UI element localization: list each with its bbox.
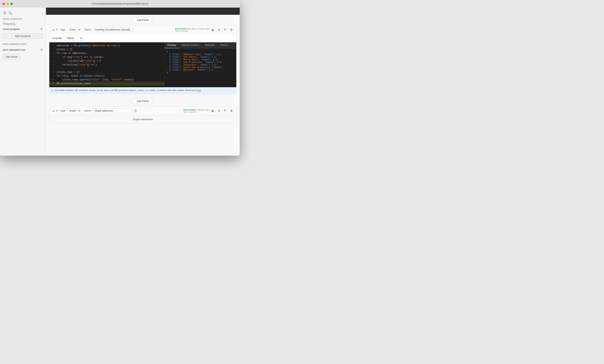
title-bar: /Users/philipeaton/DataStationProjects/t… [0, 0, 240, 8]
minimize-button[interactable] [6, 3, 9, 5]
code-line-6: 6 cities[row["city"]] += 1 [49, 63, 164, 67]
info-bar: ℹ Use builtin functions, DM_setPanel($so… [49, 87, 236, 94]
close-button[interactable] [2, 3, 5, 5]
sidebar-top: ☰ 🔍 ‹ [0, 10, 46, 18]
graph-panel: ▲ ▼ Type Graph Code Name ☰ Succeeded 6 m… [49, 106, 237, 123]
graph-title-area: Graph addresses [49, 115, 236, 123]
panel-down-arrow[interactable]: ▼ [55, 28, 59, 32]
graph-type-select[interactable]: Graph Code [67, 108, 81, 113]
graph-status-succeeded: Succeeded [183, 109, 195, 111]
add-panel-row-top: Add Panel [46, 15, 240, 25]
preview-tabs: Preview Inferred Schema Metadata Stdout [164, 42, 236, 49]
dm-set-code: DM_setPanel($some_array_data) [75, 89, 110, 91]
language-select[interactable]: Python JavaScript [64, 36, 83, 40]
code-line-5: 5 cities[row["city"]] = 0 [49, 59, 164, 63]
graph-panel-down-arrow[interactable]: ▼ [55, 109, 59, 112]
graph-delete-icon[interactable]: 🗑 [229, 109, 234, 113]
postgresql-label: PostgreSQL [0, 22, 46, 26]
ssh-section: SSH CONNECTIONS dev1.eatonphil.com 🗑 Add… [0, 43, 46, 61]
info-icon: ℹ [52, 89, 53, 92]
panel-body: 1 addresses = DM_getPanel('Addresses by … [49, 42, 236, 87]
add-server-button[interactable]: Add Server [3, 54, 21, 60]
info-text: Use builtin functions, DM_setPanel($some… [54, 89, 202, 91]
delete-ssh-icon[interactable]: 🗑 [40, 48, 43, 51]
graph-hide-icon[interactable]: 👁 [223, 109, 227, 113]
data-sources-label: DATA SOURCES [0, 18, 46, 22]
panel-up-arrow[interactable]: ▲ [52, 28, 55, 32]
add-connector-button[interactable]: Add Connector [3, 33, 43, 39]
graph-status-took: Took 1 second [183, 111, 209, 113]
traffic-lights [2, 3, 13, 5]
code-line-7: 7 [49, 67, 164, 71]
dm-get-code: DM_getPanel($panel_number_or_name) [115, 89, 156, 91]
type-label: Type [60, 28, 65, 31]
sidebar-top-icons: ☰ 🔍 [3, 11, 13, 15]
graph-panel-header: ▲ ▼ Type Graph Code Name ☰ Succeeded 6 m… [49, 107, 236, 115]
status-time: less than a minute ago [187, 27, 209, 30]
code-editor[interactable]: 1 addresses = DM_getPanel('Addresses by … [49, 42, 164, 87]
code-line-9: 9 for city, count in cities.items(): [49, 74, 164, 78]
app-body: ☰ 🔍 ‹ DATA SOURCES PostgreSQL Local post… [0, 8, 240, 156]
download-icon[interactable]: ⬇ [217, 27, 221, 32]
sidebar-collapse-button[interactable]: ‹ [42, 11, 43, 15]
status-took: Took 1 second [175, 30, 209, 32]
add-panel-button-middle[interactable]: Add Panel [133, 98, 153, 104]
graph-panel-arrows: ▲ ▼ [52, 109, 59, 112]
language-label: Language [52, 37, 62, 39]
graph-run-button[interactable]: ▶ [211, 108, 215, 113]
code-line-10: 10 cities_rows.append({"City": city, "Co… [49, 78, 164, 82]
tab-stdout[interactable]: Stdout [217, 42, 230, 48]
graph-title: Graph addresses [133, 118, 153, 121]
add-panel-row-middle: Add Panel [46, 96, 240, 106]
main-content: Add Panel ▲ ▼ Type Code Graph Name Succe… [46, 8, 240, 156]
panel-type-select[interactable]: Code Graph [67, 27, 81, 32]
code-panel: ▲ ▼ Type Code Graph Name Succeeded less … [49, 25, 237, 94]
ssh-item-label: dev1.eatonphil.com [3, 48, 25, 51]
tab-metadata[interactable]: Metadata [202, 42, 217, 48]
magnify-icon[interactable]: 🔍 [8, 11, 13, 15]
tab-preview[interactable]: Preview [164, 42, 179, 48]
local-postgres-label: Local postgres [3, 27, 20, 31]
code-line-2: 2 cities = {} [49, 48, 164, 51]
graph-panel-status: Succeeded 6 minutes ago Took 1 second [183, 109, 209, 113]
graph-menu-icon[interactable]: ☰ [134, 109, 137, 113]
search-icon[interactable]: ☰ [3, 11, 6, 15]
sidebar: ☰ 🔍 ‹ DATA SOURCES PostgreSQL Local post… [0, 8, 46, 156]
graph-status-time: 6 minutes ago [196, 109, 209, 111]
panel-actions: ▶ ⬇ 👁 🗑 [211, 27, 234, 32]
delete-local-postgres-icon[interactable]: 🗑 [40, 27, 43, 31]
delete-panel-icon[interactable]: 🗑 [229, 27, 234, 32]
run-button[interactable]: ▶ [211, 27, 215, 32]
graph-panel-actions: ▶ ⬇ 👁 🗑 [211, 108, 234, 113]
panel-status: Succeeded less than a minute ago Took 1 … [175, 27, 209, 32]
language-row: Language Python JavaScript [49, 34, 236, 42]
name-label: Name [85, 28, 91, 31]
graph-panel-up-arrow[interactable]: ▲ [52, 109, 55, 112]
panel-name-input[interactable] [92, 27, 132, 32]
preview-content: [ { "City": "Redwood City", "Count": 1 }… [164, 49, 236, 87]
here-link[interactable]: here [197, 89, 201, 91]
top-bar [46, 8, 240, 15]
hide-icon[interactable]: 👁 [223, 27, 227, 32]
code-line-3: 3 for row in addresses: [49, 51, 164, 55]
status-succeeded: Succeeded [175, 27, 187, 30]
local-postgres-item[interactable]: Local postgres 🗑 [0, 26, 46, 32]
tab-inferred-schema[interactable]: Inferred Schema [179, 42, 202, 48]
window-title: /Users/philipeaton/DataStationProjects/t… [91, 2, 148, 5]
code-panel-header: ▲ ▼ Type Code Graph Name Succeeded less … [49, 25, 236, 34]
graph-download-icon[interactable]: ⬇ [217, 109, 221, 113]
graph-type-label: Type [60, 109, 65, 112]
graph-name-label: Name [85, 109, 91, 112]
code-line-8: 8 cities_rows = [] [49, 71, 164, 74]
ssh-item[interactable]: dev1.eatonphil.com 🗑 [0, 47, 46, 52]
code-line-1: 1 addresses = DM_getPanel('Addresses by … [49, 44, 164, 48]
maximize-button[interactable] [10, 3, 13, 5]
code-line-11: 11 DM_setPanel(cities_rows) [49, 82, 164, 86]
add-panel-button-top[interactable]: Add Panel [133, 17, 153, 23]
preview-panel: Preview Inferred Schema Metadata Stdout … [164, 42, 236, 87]
graph-name-input[interactable] [92, 109, 132, 113]
panel-arrows: ▲ ▼ [52, 28, 59, 32]
code-line-4: 4 if row["city"] not in cities: [49, 55, 164, 59]
ssh-connections-label: SSH CONNECTIONS [0, 43, 46, 47]
